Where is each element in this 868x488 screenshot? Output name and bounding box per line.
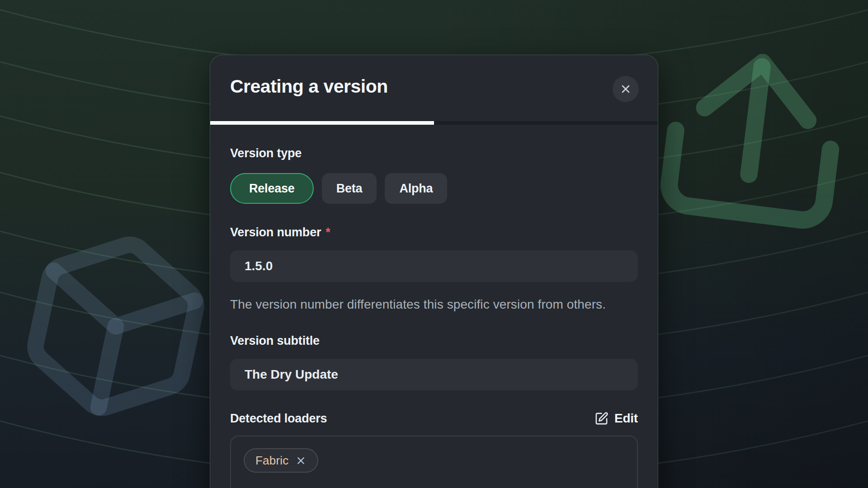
version-type-beta-button[interactable]: Beta [322, 173, 377, 204]
detected-loaders-label: Detected loaders [230, 411, 327, 426]
progress-bar [210, 121, 658, 125]
version-type-alpha-button[interactable]: Alpha [385, 173, 447, 204]
modal-title: Creating a version [230, 75, 638, 98]
version-number-input[interactable] [230, 250, 638, 282]
version-type-label: Version type [230, 145, 638, 161]
box-icon [0, 186, 238, 466]
version-subtitle-label: Version subtitle [230, 333, 638, 348]
x-icon [619, 83, 632, 95]
version-number-label: Version number [230, 225, 321, 240]
upload-icon [636, 19, 868, 252]
detected-loaders-box: Fabric [230, 436, 638, 488]
detected-loaders-section: Detected loaders Edit Fabric [230, 411, 638, 488]
close-button[interactable] [613, 76, 639, 102]
loader-chip-label: Fabric [255, 454, 288, 468]
modal-header: Creating a version [210, 55, 658, 98]
version-number-field: Version number * The version number diff… [230, 225, 638, 314]
version-subtitle-input[interactable] [230, 359, 638, 390]
version-subtitle-field: Version subtitle [230, 333, 638, 390]
edit-pencil-icon [594, 412, 609, 426]
edit-loaders-button[interactable]: Edit [594, 411, 638, 426]
create-version-modal: Creating a version Version type Release … [210, 55, 658, 488]
version-number-help-text: The version number differentiates this s… [230, 294, 628, 314]
edit-button-label: Edit [614, 411, 638, 426]
version-type-release-button[interactable]: Release [230, 173, 314, 204]
version-type-options: Release Beta Alpha [230, 173, 638, 204]
version-type-field: Version type Release Beta Alpha [230, 145, 638, 204]
modal-body: Version type Release Beta Alpha Version … [210, 125, 658, 488]
progress-bar-fill [210, 121, 434, 125]
remove-chip-x-icon [295, 455, 307, 466]
loader-chip-fabric[interactable]: Fabric [244, 448, 318, 473]
required-asterisk: * [326, 225, 330, 240]
